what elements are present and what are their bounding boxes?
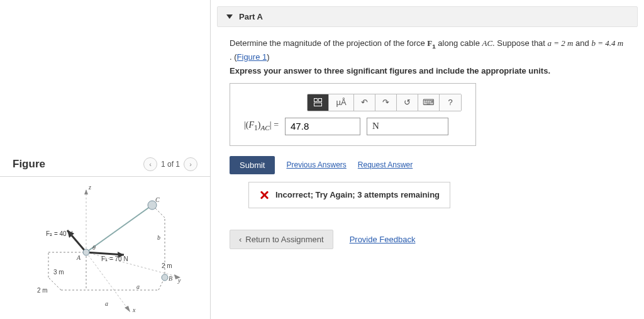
feedback-text: Incorrect; Try Again; 3 attempts remaini…: [275, 190, 440, 199]
equation-row: |(F1)AC| =: [244, 118, 462, 135]
svg-point-19: [83, 249, 89, 255]
figure-title: Figure: [13, 158, 45, 171]
pager-prev-button[interactable]: ‹: [143, 157, 157, 171]
previous-answers-link[interactable]: Previous Answers: [286, 160, 346, 169]
answer-unit-input[interactable]: [367, 118, 448, 135]
axis-y-label: y: [177, 277, 181, 284]
provide-feedback-link[interactable]: Provide Feedback: [350, 235, 416, 244]
svg-line-4: [48, 277, 61, 290]
svg-marker-11: [84, 189, 88, 194]
question-pane: Part A Determine the magnitude of the pr…: [211, 0, 644, 319]
redo-button[interactable]: ↷: [375, 94, 397, 111]
figure-link[interactable]: Figure 1: [237, 52, 267, 62]
theta-label: θ: [92, 244, 96, 251]
dim-a-label: a: [136, 283, 140, 290]
answer-toolbar: µÅ ↶ ↷ ↺ ⌨ ?: [307, 94, 462, 111]
collapse-icon: [226, 14, 233, 19]
undo-button[interactable]: ↶: [354, 94, 375, 111]
axis-x-label: x: [132, 306, 136, 313]
templates-button[interactable]: [308, 94, 329, 111]
svg-point-21: [162, 274, 168, 281]
figure-pane: Figure ‹ 1 of 1 ›: [0, 0, 211, 319]
incorrect-icon: [259, 190, 269, 200]
footer-row: ‹ Return to Assignment Provide Feedback: [230, 230, 625, 249]
figure-pager: ‹ 1 of 1 ›: [143, 157, 197, 171]
feedback-box: Incorrect; Try Again; 3 attempts remaini…: [248, 182, 450, 208]
units-button[interactable]: µÅ: [329, 94, 354, 111]
f2-label: F₂ = 40 N: [46, 230, 73, 237]
submit-button[interactable]: Submit: [230, 156, 275, 174]
reset-button[interactable]: ↺: [397, 94, 418, 111]
f1-label: F₁ = 70 N: [101, 255, 128, 262]
svg-marker-13: [125, 306, 130, 312]
dim-2m-right-label: 2 m: [162, 262, 172, 269]
dim-b-label: b: [157, 234, 160, 241]
point-b-label: B: [169, 275, 172, 282]
answer-box: µÅ ↶ ↷ ↺ ⌨ ? |(F1)AC| =: [230, 83, 476, 146]
answer-value-input[interactable]: [285, 118, 360, 135]
action-row: Submit Previous Answers Request Answer: [230, 156, 625, 174]
pager-text: 1 of 1: [161, 160, 180, 169]
dim-2m-left-label: 2 m: [37, 287, 48, 294]
part-header[interactable]: Part A: [217, 6, 638, 27]
instruction-text: Express your answer to three significant…: [230, 66, 625, 76]
dim-3m-label: 3 m: [53, 269, 64, 276]
answer-lhs: |(F1)AC| =: [244, 120, 279, 132]
figure-header: Figure ‹ 1 of 1 ›: [0, 157, 210, 177]
svg-line-14: [86, 205, 152, 252]
request-answer-link[interactable]: Request Answer: [358, 160, 413, 169]
axis-z-label: z: [88, 184, 91, 191]
question-text: Determine the magnitude of the projectio…: [230, 37, 625, 64]
keyboard-button[interactable]: ⌨: [418, 94, 440, 111]
pager-next-button[interactable]: ›: [184, 157, 197, 171]
point-c-label: C: [155, 196, 160, 203]
dim-a2-label: a: [105, 300, 108, 307]
part-title: Part A: [239, 12, 263, 21]
point-a-label: A: [76, 254, 81, 261]
help-button[interactable]: ?: [440, 94, 461, 111]
return-button[interactable]: ‹ Return to Assignment: [230, 230, 333, 249]
figure-body: z y x C A B F₂ = 40 N F₁ = 70 N θ 3 m 2 …: [0, 177, 210, 315]
chevron-left-icon: ‹: [239, 235, 242, 244]
force-diagram: z y x C A B F₂ = 40 N F₁ = 70 N θ 3 m 2 …: [23, 183, 187, 315]
